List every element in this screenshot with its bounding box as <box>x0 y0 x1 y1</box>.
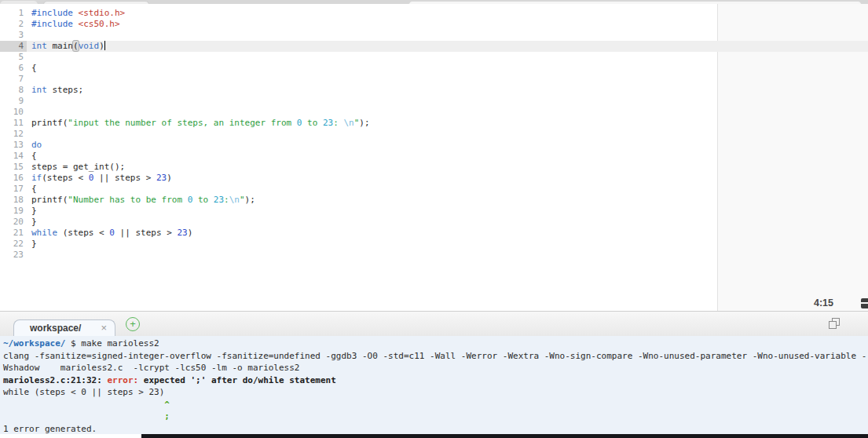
code-line[interactable]: 15steps = get_int(); <box>0 162 868 173</box>
line-number: 23 <box>0 250 27 261</box>
code-text: } <box>27 239 37 250</box>
terminal-line: Wshadow marioless2.c -lcrypt -lcs50 -lm … <box>3 362 868 374</box>
code-line[interactable]: 13do <box>0 140 868 151</box>
line-number: 11 <box>0 118 27 129</box>
code-line[interactable]: 22} <box>0 239 868 250</box>
code-token: 1 error generated. <box>3 424 97 434</box>
terminal-output[interactable]: ~/workspace/ $ make marioless2clang -fsa… <box>0 336 868 434</box>
code-token: printf( <box>31 118 68 128</box>
code-line[interactable]: 19} <box>0 206 868 217</box>
code-text: } <box>27 217 37 228</box>
code-token: ~/workspace/ <box>3 338 65 349</box>
code-token: Wshadow marioless2.c -lcrypt -lcs50 -lm … <box>3 363 300 373</box>
code-token: 23 <box>214 195 224 205</box>
restore-panel-icon[interactable] <box>829 318 840 329</box>
code-token: printf( <box>31 195 68 205</box>
code-token: (steps < <box>57 228 109 238</box>
code-token: } <box>31 239 37 249</box>
code-text: printf("Number has to be from 0 to 23:\n… <box>27 195 255 206</box>
add-tab-button[interactable]: + <box>126 317 140 331</box>
code-token: 23 <box>156 173 167 183</box>
code-token: \n <box>343 118 353 128</box>
code-line[interactable]: 12 <box>0 129 868 140</box>
code-line[interactable]: 14{ <box>0 151 868 162</box>
terminal-line: ~/workspace/ $ make marioless2 <box>3 338 868 350</box>
code-line[interactable]: 21while (steps < 0 || steps > 23) <box>0 228 868 239</box>
code-line[interactable]: 4int main(void) <box>0 41 868 52</box>
code-token: "input the number of steps, an integer f… <box>68 118 296 128</box>
code-text: if(steps < 0 || steps > 23) <box>27 173 172 184</box>
code-token: ^ <box>3 400 170 410</box>
code-text: int main(void) <box>27 41 105 52</box>
line-number: 18 <box>0 195 27 206</box>
terminal-line: clang -fsanitize=signed-integer-overflow… <box>3 350 868 363</box>
code-token: " <box>240 195 245 205</box>
code-text <box>27 96 31 107</box>
console-tab-label: workspace/ <box>30 323 81 334</box>
code-token: \n <box>229 195 240 205</box>
code-token: #include <box>31 19 73 29</box>
line-number: 1 <box>0 8 27 19</box>
code-token: ) <box>167 173 172 183</box>
console-tab-workspace[interactable]: workspace/ × <box>13 319 115 336</box>
code-line[interactable]: 17{ <box>0 184 868 195</box>
statusbar-menu-icon[interactable] <box>861 298 868 308</box>
terminal-line: marioless2.c:21:32: error: expected ';' … <box>3 374 868 387</box>
code-line[interactable]: 6{ <box>0 63 868 74</box>
close-icon[interactable]: × <box>101 320 107 336</box>
cursor-position: 4:15 <box>814 297 833 308</box>
code-line[interactable]: 18printf("Number has to be from 0 to 23:… <box>0 195 868 206</box>
code-editor[interactable]: 1#include <stdio.h>2#include <cs50.h>34i… <box>0 4 868 312</box>
code-text: do <box>27 140 42 151</box>
code-text: #include <stdio.h> <box>27 8 125 19</box>
code-token: error: <box>107 375 143 385</box>
code-line[interactable]: 2#include <cs50.h> <box>0 19 868 30</box>
code-line[interactable]: 20} <box>0 217 868 228</box>
code-line[interactable]: 10 <box>0 107 868 118</box>
line-number: 3 <box>0 30 27 41</box>
code-token: void <box>79 41 100 51</box>
code-text: #include <cs50.h> <box>27 19 120 30</box>
code-line[interactable]: 11printf("input the number of steps, an … <box>0 118 868 129</box>
code-line[interactable]: 7 <box>0 74 868 85</box>
line-number: 16 <box>0 173 27 184</box>
console-tab-bar: workspace/ × + <box>0 312 868 336</box>
code-token: ) <box>99 41 104 51</box>
code-token: main <box>47 41 73 51</box>
code-token: (steps < <box>42 173 89 183</box>
line-number: 12 <box>0 129 27 140</box>
code-text: printf("input the number of steps, an in… <box>27 118 370 129</box>
text-cursor <box>104 41 105 50</box>
code-line[interactable]: 16if(steps < 0 || steps > 23) <box>0 173 868 184</box>
code-token: steps; <box>47 85 83 95</box>
code-line[interactable]: 5 <box>0 52 868 63</box>
line-number: 9 <box>0 96 27 107</box>
code-line[interactable]: 23 <box>0 250 868 261</box>
code-text: int steps; <box>27 85 83 96</box>
code-token: while <box>31 228 57 238</box>
code-token: clang -fsanitize=signed-integer-overflow… <box>3 351 866 361</box>
line-number: 2 <box>0 19 27 30</box>
code-token: $ make marioless2 <box>65 338 159 349</box>
code-token: <stdio.h> <box>79 8 126 18</box>
code-line[interactable]: 8int steps; <box>0 85 868 96</box>
code-text: { <box>27 184 37 195</box>
bottom-scrollbar[interactable] <box>141 434 868 438</box>
code-token: ); <box>359 118 369 128</box>
code-line[interactable]: 9 <box>0 96 868 107</box>
line-number: 21 <box>0 228 27 239</box>
code-line[interactable]: 3 <box>0 30 868 41</box>
code-token: ); <box>245 195 255 205</box>
line-number: 8 <box>0 85 27 96</box>
code-token <box>73 19 79 29</box>
line-number: 19 <box>0 206 27 217</box>
terminal-line: while (steps < 0 || steps > 23) <box>3 386 868 399</box>
code-text <box>27 30 31 41</box>
line-number: 13 <box>0 140 27 151</box>
code-token: } <box>31 217 37 227</box>
code-lines[interactable]: 1#include <stdio.h>2#include <cs50.h>34i… <box>0 8 868 261</box>
line-number: 5 <box>0 52 27 63</box>
code-token: to <box>192 195 214 205</box>
code-token: : <box>224 195 229 205</box>
code-line[interactable]: 1#include <stdio.h> <box>0 8 868 19</box>
